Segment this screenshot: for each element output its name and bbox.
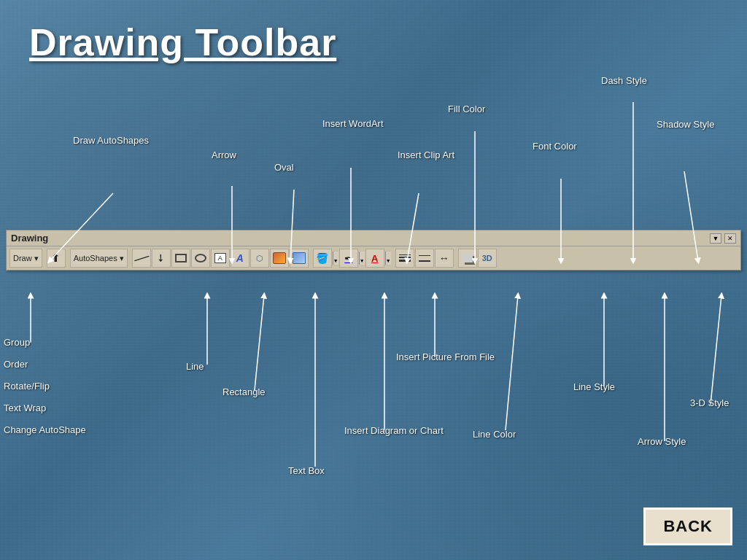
separator-4 (309, 249, 312, 268)
label-fill-color: Fill Color (448, 104, 485, 116)
draw-button[interactable]: Draw ▾ (9, 249, 42, 268)
label-font-color: Font Color (533, 141, 577, 153)
font-color-icon: A (371, 253, 378, 264)
picture-icon (293, 252, 306, 264)
arrow-style-button[interactable]: ↔ (435, 249, 454, 268)
toolbar-buttons-row: Draw ▾ ⬆ AutoShapes ▾ ╱ ➘ A (7, 246, 740, 270)
label-group: Group (4, 337, 30, 349)
toolbar-controls: ▼ ✕ (710, 233, 736, 244)
shadow-style-button[interactable] (458, 249, 477, 268)
diagram-icon: ⬡ (256, 254, 263, 263)
rectangle-icon (175, 254, 187, 262)
label-oval: Oval (274, 162, 294, 174)
separator-2 (66, 249, 69, 268)
label-shadow-style: Shadow Style (657, 119, 715, 131)
label-insert-diagram: Insert Diagram or Chart (344, 425, 444, 438)
separator-3 (128, 249, 131, 268)
autoshapes-label: AutoShapes ▾ (74, 254, 124, 263)
line-color-button[interactable]: ✒ (339, 249, 358, 268)
cursor-icon: ⬆ (51, 252, 61, 265)
line-tool-icon: ╱ (133, 251, 149, 266)
picture-button[interactable] (290, 249, 309, 268)
shadow-style-icon (462, 254, 473, 262)
line-style-button[interactable] (395, 249, 414, 268)
line-style-icon (399, 254, 411, 262)
label-order: Order (4, 359, 28, 371)
rectangle-button[interactable] (171, 249, 190, 268)
fill-color-button[interactable]: 🪣 (313, 249, 332, 268)
fill-color-icon: 🪣 (316, 252, 328, 264)
page-title: Drawing Toolbar (29, 20, 336, 64)
label-text-box: Text Box (288, 465, 325, 478)
back-button[interactable]: BACK (643, 508, 732, 545)
clipart-button[interactable] (270, 249, 289, 268)
arrow-tool-icon: ➘ (154, 251, 169, 265)
draw-label: Draw ▾ (13, 254, 39, 263)
oval-button[interactable] (191, 249, 210, 268)
oval-icon (195, 254, 206, 262)
label-rotate-flip: Rotate/Flip (4, 381, 50, 393)
drawing-toolbar: Drawing ▼ ✕ Draw ▾ ⬆ AutoShapes ▾ ╱ ➘ (6, 230, 741, 271)
toolbar-title-text: Drawing (11, 233, 48, 244)
textbox-button[interactable]: A (211, 249, 230, 268)
label-change-autoshape: Change AutoShape (4, 424, 86, 437)
wordart-button[interactable]: A (231, 249, 249, 268)
dash-style-icon (419, 254, 430, 263)
separator-1 (43, 249, 46, 268)
toolbar-title-bar: Drawing ▼ ✕ (7, 230, 740, 246)
label-insert-picture: Insert Picture From File (396, 351, 495, 364)
separator-5 (392, 249, 395, 268)
autoshapes-button[interactable]: AutoShapes ▾ (70, 249, 128, 268)
label-line-style: Line Style (573, 381, 615, 394)
label-arrow-style: Arrow Style (638, 436, 686, 448)
toolbar-dropdown-btn[interactable]: ▼ (710, 233, 721, 244)
label-line-color: Line Color (473, 429, 516, 441)
clipart-icon (273, 252, 286, 264)
wordart-icon: A (236, 252, 244, 264)
label-line: Line (186, 361, 204, 373)
select-button[interactable]: ⬆ (47, 249, 66, 268)
arrow-style-icon: ↔ (439, 252, 449, 264)
line-color-dropdown[interactable]: ▼ (359, 252, 365, 265)
separator-6 (454, 249, 457, 268)
font-color-button[interactable]: A (365, 249, 384, 268)
diagram-button[interactable]: ⬡ (250, 249, 269, 268)
toolbar-close-btn[interactable]: ✕ (724, 233, 736, 244)
label-draw-autoshapes: Draw AutoShapes (73, 135, 149, 147)
textbox-icon: A (214, 253, 226, 263)
label-rectangle: Rectangle (222, 386, 266, 399)
label-text-wrap: Text Wrap (4, 402, 46, 415)
threed-style-button[interactable]: 3D (478, 249, 497, 268)
label-insert-wordart: Insert WordArt (322, 118, 384, 131)
label-insert-clipart: Insert Clip Art (398, 149, 454, 162)
line-color-icon: ✒ (344, 253, 352, 264)
font-color-dropdown[interactable]: ▼ (385, 252, 391, 265)
label-3d-style: 3-D Style (690, 397, 729, 410)
label-arrow: Arrow (212, 149, 236, 162)
label-dash-style: Dash Style (601, 75, 647, 88)
arrow-tool-button[interactable]: ➘ (152, 249, 171, 268)
line-tool-button[interactable]: ╱ (132, 249, 151, 268)
dash-style-button[interactable] (415, 249, 434, 268)
fill-color-dropdown[interactable]: ▼ (333, 252, 338, 265)
threed-style-icon: 3D (482, 254, 492, 262)
